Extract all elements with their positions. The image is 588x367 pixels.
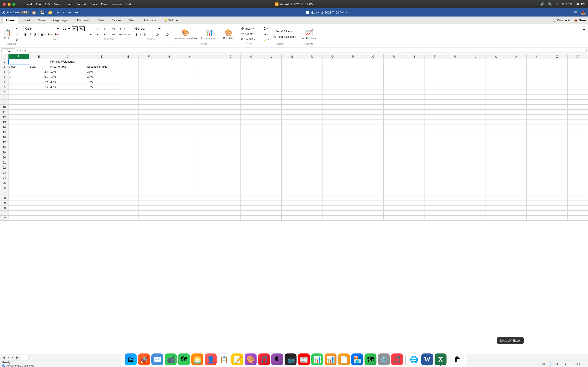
cell-empty[interactable] (29, 135, 49, 140)
cell-empty[interactable] (281, 105, 302, 110)
tab-insert[interactable]: Insert (19, 17, 34, 23)
cell-empty[interactable] (506, 180, 527, 185)
cell-empty[interactable] (384, 140, 404, 145)
cell-empty[interactable] (465, 211, 486, 216)
cell-T2[interactable] (424, 64, 445, 69)
cell-empty[interactable] (445, 170, 465, 175)
cell-I2[interactable] (200, 64, 220, 69)
cell-empty[interactable] (506, 185, 527, 190)
cell-empty[interactable] (138, 115, 159, 120)
cell-empty[interactable] (9, 155, 29, 160)
cell-empty[interactable] (49, 200, 86, 206)
cell-H2[interactable] (179, 64, 200, 69)
cell-empty[interactable] (302, 150, 322, 155)
cell-empty[interactable] (118, 170, 138, 175)
cell-K3[interactable] (241, 69, 261, 74)
col-header-R[interactable]: R (384, 54, 404, 59)
cell-X2[interactable] (506, 64, 527, 69)
cell-empty[interactable] (527, 195, 547, 200)
cell-empty[interactable] (322, 155, 343, 160)
cell-empty[interactable] (547, 180, 567, 185)
cell-J2[interactable] (220, 64, 241, 69)
cell-empty[interactable] (445, 160, 465, 165)
delete-cells-button[interactable]: ➖ Delete ▾ (240, 31, 259, 36)
sheet-tab-1[interactable]: . (20, 355, 29, 360)
cell-empty[interactable] (118, 110, 138, 115)
cell-empty[interactable] (404, 120, 424, 125)
cell-empty[interactable] (281, 115, 302, 120)
cell-empty[interactable] (547, 150, 567, 155)
cell-R1[interactable] (384, 59, 404, 64)
cell-empty[interactable] (241, 180, 261, 185)
close-button[interactable] (3, 3, 6, 6)
cell-empty[interactable] (384, 160, 404, 165)
cell-empty[interactable] (261, 145, 281, 150)
cell-empty[interactable] (220, 190, 241, 195)
cell-empty[interactable] (86, 125, 118, 130)
cell-empty[interactable] (567, 190, 588, 195)
format-painter-button[interactable]: 🖌 (14, 37, 20, 42)
cell-empty[interactable] (9, 180, 29, 185)
cell-empty[interactable] (486, 140, 506, 145)
cell-empty[interactable] (527, 105, 547, 110)
cell-empty[interactable] (241, 190, 261, 195)
cell-empty[interactable] (49, 115, 86, 120)
cell-empty[interactable] (384, 105, 404, 110)
cell-empty[interactable] (527, 160, 547, 165)
currency-button[interactable]: $ (133, 32, 139, 37)
cell-empty[interactable] (506, 125, 527, 130)
cell-empty[interactable] (547, 160, 567, 165)
decrease-font-button[interactable]: A↓ (79, 26, 85, 31)
cell-empty[interactable] (138, 211, 159, 216)
cell-empty[interactable] (527, 190, 547, 195)
cell-empty[interactable] (465, 130, 486, 135)
cell-empty[interactable] (302, 110, 322, 115)
cell-empty[interactable] (220, 165, 241, 170)
cell-empty[interactable] (424, 90, 445, 94)
cell-empty[interactable] (506, 175, 527, 180)
cell-empty[interactable] (343, 170, 363, 175)
cell-V5[interactable] (465, 79, 486, 84)
cell-empty[interactable] (547, 200, 567, 206)
maximize-button[interactable] (12, 3, 15, 6)
cell-empty[interactable] (384, 195, 404, 200)
cell-empty[interactable] (118, 135, 138, 140)
cell-empty[interactable] (363, 125, 384, 130)
cell-empty[interactable] (567, 175, 588, 180)
cell-empty[interactable] (86, 105, 118, 110)
cell-empty[interactable] (445, 200, 465, 206)
cell-L3[interactable] (261, 69, 281, 74)
cell-empty[interactable] (220, 145, 241, 150)
cell-empty[interactable] (49, 90, 86, 94)
cell-empty[interactable] (506, 105, 527, 110)
add-sheet-button[interactable]: + (29, 355, 35, 360)
cell-empty[interactable] (465, 140, 486, 145)
cell-empty[interactable] (281, 190, 302, 195)
cell-empty[interactable] (486, 130, 506, 135)
dock-numbers[interactable]: 📊 (311, 353, 323, 365)
dock-word[interactable]: W (421, 353, 433, 365)
cell-empty[interactable] (200, 140, 220, 145)
cell-empty[interactable] (220, 120, 241, 125)
increase-indent-button[interactable]: ⇥ (117, 32, 123, 37)
cell-empty[interactable] (118, 216, 138, 221)
increase-decimal-button[interactable]: .0→ (156, 32, 162, 37)
cell-empty[interactable] (302, 105, 322, 110)
cell-P5[interactable] (343, 79, 363, 84)
cell-empty[interactable] (424, 185, 445, 190)
cell-empty[interactable] (159, 90, 179, 94)
cell-N4[interactable] (302, 74, 322, 79)
cell-empty[interactable] (9, 94, 29, 100)
cell-empty[interactable] (527, 135, 547, 140)
col-header-M[interactable]: M (281, 54, 302, 59)
cell-empty[interactable] (343, 94, 363, 100)
dock-launchpad[interactable]: 🚀 (138, 353, 150, 365)
cell-empty[interactable] (281, 130, 302, 135)
cell-J1[interactable] (220, 59, 241, 64)
cell-empty[interactable] (465, 120, 486, 125)
cell-empty[interactable] (49, 195, 86, 200)
cell-empty[interactable] (404, 130, 424, 135)
cell-empty[interactable] (200, 105, 220, 110)
cell-empty[interactable] (567, 125, 588, 130)
cell-L5[interactable] (261, 79, 281, 84)
